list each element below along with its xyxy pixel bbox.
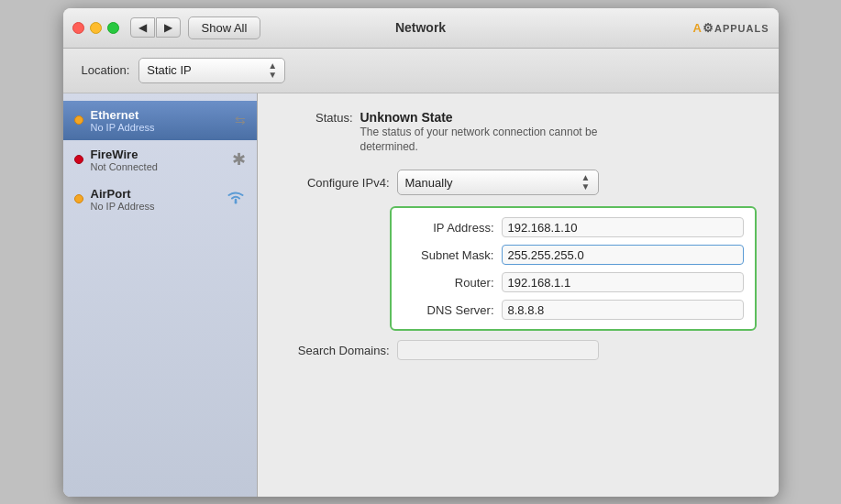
nav-buttons: ◀ ▶ (130, 17, 181, 38)
forward-button[interactable]: ▶ (156, 17, 181, 38)
appuals-logo: A⚙APPUALS (693, 21, 769, 35)
firewire-text: FireWire Not Connected (91, 148, 232, 172)
sidebar-item-airport[interactable]: AirPort No IP Address (63, 180, 257, 219)
field-row-subnet: Subnet Mask: (392, 241, 755, 268)
configure-arrows-icon: ▲▼ (581, 173, 591, 192)
location-toolbar: Location: Static IP ▲▼ (63, 49, 779, 93)
status-info: Unknown State The status of your network… (360, 110, 599, 156)
subnet-input[interactable] (502, 245, 744, 265)
field-row-ip: IP Address: (392, 214, 755, 241)
sidebar-item-ethernet[interactable]: Ethernet No IP Address ⇆ (63, 101, 257, 140)
wifi-icon (226, 189, 246, 210)
ethernet-status-dot (74, 115, 83, 125)
content-area: Ethernet No IP Address ⇆ FireWire Not Co… (63, 93, 779, 497)
dns-input[interactable] (502, 300, 744, 320)
location-select[interactable]: Static IP ▲▼ (138, 58, 285, 83)
configure-label: Configure IPv4: (280, 176, 390, 190)
ip-input[interactable] (502, 217, 744, 237)
svg-point-0 (234, 201, 237, 203)
minimize-button[interactable] (90, 22, 102, 34)
ip-label: IP Address: (403, 221, 494, 235)
airport-status-dot (74, 194, 83, 203)
location-arrows-icon: ▲▼ (268, 61, 277, 80)
firewire-sub: Not Connected (91, 161, 232, 172)
titlebar: ◀ ▶ Show All Network A⚙APPUALS (63, 8, 779, 49)
search-domains-input[interactable] (397, 340, 599, 360)
airport-sub: No IP Address (91, 201, 226, 212)
configure-row: Configure IPv4: Manually ▲▼ (280, 170, 757, 195)
router-label: Router: (403, 276, 494, 290)
configure-value: Manually (405, 176, 453, 190)
status-title: Unknown State (360, 110, 599, 125)
location-label: Location: (82, 63, 130, 77)
dns-label: DNS Server: (403, 303, 494, 317)
sidebar-item-firewire[interactable]: FireWire Not Connected ✱ (63, 140, 257, 180)
field-row-dns: DNS Server: (392, 296, 755, 323)
configure-select[interactable]: Manually ▲▼ (397, 170, 599, 195)
router-input[interactable] (502, 272, 744, 292)
main-panel: Status: Unknown State The status of your… (258, 93, 779, 497)
back-button[interactable]: ◀ (130, 17, 155, 38)
logo-text: APPUALS (714, 23, 769, 34)
status-label: Status: (280, 110, 353, 125)
close-button[interactable] (72, 22, 84, 34)
ethernet-arrows-icon: ⇆ (235, 113, 246, 127)
main-window: ◀ ▶ Show All Network A⚙APPUALS Location:… (63, 8, 779, 497)
airport-text: AirPort No IP Address (91, 187, 226, 212)
ethernet-text: Ethernet No IP Address (91, 108, 235, 133)
status-desc: The status of your network connection ca… (360, 125, 599, 156)
firewire-icon: ✱ (232, 149, 246, 170)
airport-name: AirPort (91, 187, 226, 201)
search-domains-label: Search Domains: (280, 344, 390, 357)
window-title: Network (395, 20, 446, 35)
sidebar: Ethernet No IP Address ⇆ FireWire Not Co… (63, 93, 258, 497)
field-row-router: Router: (392, 268, 755, 296)
fields-box: IP Address: Subnet Mask: Router: DNS Ser… (390, 206, 757, 331)
status-row: Status: Unknown State The status of your… (280, 110, 757, 156)
search-domains-row: Search Domains: (280, 340, 757, 360)
location-value: Static IP (147, 63, 191, 77)
ethernet-name: Ethernet (91, 108, 235, 122)
subnet-label: Subnet Mask: (403, 248, 494, 262)
show-all-button[interactable]: Show All (188, 16, 261, 39)
firewire-name: FireWire (91, 148, 232, 161)
firewire-status-dot (74, 155, 83, 164)
traffic-lights (72, 22, 119, 34)
zoom-button[interactable] (107, 22, 119, 34)
ethernet-sub: No IP Address (91, 122, 235, 133)
